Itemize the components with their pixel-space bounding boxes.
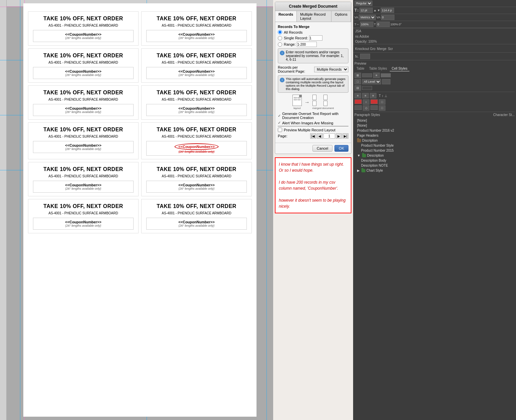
- table-icon-btn[interactable]: ⊞: [354, 73, 361, 78]
- nav-first-btn[interactable]: |◀: [310, 133, 316, 139]
- chart-style-folder-label: Chart Style: [366, 169, 383, 172]
- coupon-title: TAKE 10% OFF, NEXT ORDER: [33, 53, 134, 59]
- coupon-note: (26" lengths available only): [149, 110, 245, 114]
- coupon-inner-highlighted: <<CouponNumber>> (26" lengths available …: [146, 141, 247, 156]
- style-description-body[interactable]: Description Body: [356, 158, 513, 163]
- page-nav: Page: |◀ ◀ ▶ ▶|: [278, 133, 348, 139]
- coupon-subtitle: AS-4001 - PHENOLIC SURFACE ARMBOARD: [146, 211, 247, 215]
- border-icon-2[interactable]: ⊟: [354, 85, 361, 91]
- chart-style-folder[interactable]: ▶ Chart Style: [356, 168, 513, 173]
- single-record-input[interactable]: [309, 35, 322, 41]
- single-record-option[interactable]: Single Record:: [278, 35, 348, 41]
- description-folder[interactable]: ▼ Description: [356, 153, 513, 158]
- preview-content: Preview Table Table Styles Cell Styles ⊞…: [353, 60, 516, 420]
- align-icon-3[interactable]: ≡: [370, 93, 376, 98]
- right-panel: Regular T↕ ▲ ▼ VA Metrics VA T↔ T: [353, 0, 516, 420]
- style-product-number-2015[interactable]: Product Number 2015: [356, 148, 513, 153]
- styles-header: Paragraph Styles Character St...: [354, 112, 515, 117]
- all-records-option[interactable]: All Records: [278, 30, 348, 34]
- coupon-inner: <<CouponNumber>> (26" lengths available …: [146, 218, 247, 230]
- preview-checkbox[interactable]: [278, 128, 282, 132]
- coupon-code: <<CouponNumber>>: [149, 106, 245, 110]
- range-radio[interactable]: [278, 42, 282, 47]
- nav-buttons: |◀ ◀ ▶ ▶|: [310, 133, 348, 139]
- nav-prev-btn[interactable]: ◀: [317, 133, 323, 139]
- single-record-radio[interactable]: [278, 36, 282, 40]
- font-dropdown[interactable]: Regular: [354, 1, 372, 6]
- alert-images-option: Alert When Images Are Missing: [278, 121, 348, 125]
- sq-btn[interactable]: □: [379, 105, 385, 111]
- info-icon: i: [280, 51, 284, 55]
- nav-last-btn[interactable]: ▶|: [342, 133, 348, 139]
- arrow-icon: →: [304, 99, 310, 105]
- tab-options[interactable]: Options: [331, 11, 351, 22]
- metrics-dropdown[interactable]: Metrics: [359, 15, 376, 20]
- comment-line1: I know that I have things set up right. …: [279, 161, 347, 173]
- style-none[interactable]: [None]: [356, 118, 513, 123]
- diag-btn[interactable]: ◇: [363, 105, 369, 111]
- description-folder-label: Description: [367, 154, 384, 157]
- level-input[interactable]: [382, 79, 390, 84]
- coupon-subtitle: AS-4001 - PHENOLIC SURFACE ARMBOARD: [146, 98, 247, 101]
- style-none-2[interactable]: [None]: [356, 123, 513, 128]
- opacity-row: Opacity: 100%: [353, 39, 516, 44]
- preview-panel: Preview Table Table Styles Cell Styles ⊞…: [353, 60, 516, 420]
- tab-table[interactable]: Table: [354, 66, 366, 71]
- tab-cell-styles[interactable]: Cell Styles: [390, 66, 409, 71]
- border-icon-1[interactable]: □: [354, 79, 361, 84]
- ok-button[interactable]: OK: [334, 145, 348, 152]
- all-records-radio[interactable]: [278, 30, 282, 34]
- scr-btn-label[interactable]: Scr: [388, 47, 393, 51]
- folder-icon-description: [362, 154, 366, 157]
- style-page-headers[interactable]: Page Headers: [356, 133, 513, 138]
- zoom-input[interactable]: [360, 22, 373, 27]
- coupon-code: <<CouponNumber>>: [149, 183, 245, 187]
- generate-overset-label: Generate Overset Text Report with Docume…: [282, 112, 348, 120]
- align-icon-2[interactable]: ≡: [362, 93, 369, 98]
- separator: [278, 126, 348, 126]
- preview-checkbox-row[interactable]: Preview Multiple Record Layout: [278, 128, 348, 132]
- t-icon: T: [374, 23, 376, 26]
- coupon-cell-4-1: TAKE 10% OFF, NEXT ORDER AS-4001 - PHENO…: [28, 122, 139, 159]
- style-description-note[interactable]: Description NOTE: [356, 163, 513, 168]
- merge-btn-label[interactable]: Merge: [377, 47, 386, 51]
- range-option[interactable]: Range:: [278, 42, 348, 47]
- cancel-button[interactable]: Cancel: [312, 145, 332, 152]
- level-select[interactable]: All Level: [362, 79, 381, 84]
- tab-multiple-record[interactable]: Multiple Record Layout: [297, 11, 331, 22]
- triangle-down-icon: ▼: [357, 154, 360, 157]
- records-per-page-select[interactable]: Multiple Records: [314, 67, 348, 72]
- va-input[interactable]: [381, 15, 394, 20]
- coupon-title: TAKE 10% OFF, NEXT ORDER: [33, 90, 134, 96]
- preview-toolbar-3: ⊟: [354, 85, 515, 91]
- canvas-area: TAKE 10% OFF, NEXT ORDER AS-4001 - PHENO…: [0, 0, 273, 420]
- arrow-up-icon: ▲: [373, 9, 376, 12]
- page-input[interactable]: [323, 133, 335, 139]
- style-product-number-style[interactable]: Product Number Style: [356, 143, 513, 148]
- nav-next-btn[interactable]: ▶: [336, 133, 342, 139]
- coupon-code-circled: <<CouponNumber>>: [175, 143, 219, 150]
- discription-folder[interactable]: Discription: [356, 138, 513, 143]
- adobe-text: ns Adobe: [355, 35, 369, 38]
- rotate-input[interactable]: [376, 22, 390, 27]
- range-input[interactable]: [297, 42, 317, 47]
- fx-input[interactable]: [360, 54, 370, 59]
- paragraph-styles-section: [None] [None] Product Number 2016 v2 Pag…: [354, 117, 515, 174]
- width-input[interactable]: [381, 8, 394, 13]
- coupon-cell-6-2: TAKE 10% OFF, NEXT ORDER AS-4001 - PHENO…: [141, 199, 252, 233]
- border-btn-2[interactable]: □: [379, 99, 385, 105]
- zoom-group: T↔ T: [354, 22, 390, 27]
- info-text-2: This option will automatically generate …: [286, 77, 346, 91]
- coupon-subtitle: AS-4001 - PHENOLIC SURFACE ARMBOARD: [33, 98, 134, 101]
- coupon-code: <<CouponNumber>>: [35, 32, 131, 36]
- align-icon-1[interactable]: ≡: [354, 93, 361, 98]
- coupon-code: <<CouponNumber>>: [35, 220, 131, 224]
- font-size-input[interactable]: [359, 8, 373, 13]
- coupon-cell-2-1: TAKE 10% OFF, NEXT ORDER AS-4001 - PHENO…: [28, 48, 139, 83]
- style-product-number-2016[interactable]: Product Number 2016 v2: [356, 128, 513, 133]
- lines-icon-btn[interactable]: ≡: [373, 73, 380, 78]
- tab-table-styles[interactable]: Table Styles: [367, 66, 389, 71]
- coupon-subtitle: AS-4001 - PHENOLIC SURFACE ARMBOARD: [33, 61, 134, 64]
- border-btn[interactable]: ○: [363, 99, 369, 105]
- tab-records[interactable]: Records: [275, 11, 297, 22]
